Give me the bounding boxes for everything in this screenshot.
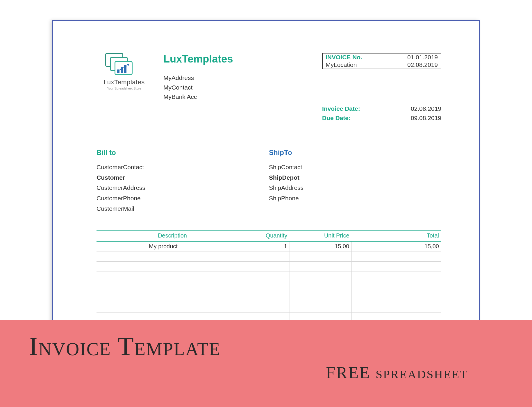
table-row: . (97, 272, 441, 282)
ship-name: ShipDepot (269, 172, 441, 183)
company-info: LuxTemplates MyAddress MyContact MyBank … (163, 53, 322, 122)
col-description: Description (97, 230, 248, 241)
ship-phone: ShipPhone (269, 193, 441, 204)
invoice-no-value: 01.01.2019 (407, 54, 438, 61)
invoice-date-label: Invoice Date: (322, 104, 360, 113)
bill-address: CustomerAddress (97, 183, 269, 193)
table-row: . (97, 292, 441, 302)
company-address: MyAddress (163, 73, 322, 83)
due-date-label: Due Date: (322, 113, 351, 123)
invoice-date-value: 02.08.2019 (411, 104, 441, 113)
address-section: Bill to CustomerContact Customer Custome… (97, 149, 441, 214)
ship-contact: ShipContact (269, 162, 441, 172)
header: LuxTemplates Your Spreadsheet Store LuxT… (97, 53, 441, 122)
company-contact: MyContact (163, 83, 322, 92)
banner-title: Invoice Template (29, 331, 506, 361)
cell-total: 15,00 (352, 241, 441, 251)
bill-to-heading: Bill to (97, 149, 269, 157)
invoice-no-label: INVOICE No. (326, 54, 362, 61)
cell-quantity: 1 (248, 241, 290, 251)
cell-unit-price: 15,00 (290, 241, 351, 251)
banner-subtitle: FREE spreadsheet (29, 363, 506, 382)
ship-address: ShipAddress (269, 183, 441, 193)
table-row: . (97, 251, 441, 262)
bill-contact: CustomerContact (97, 162, 269, 172)
location-label: MyLocation (326, 61, 357, 68)
company-bank: MyBank Acc (163, 92, 322, 102)
logo-name: LuxTemplates (97, 78, 152, 86)
ship-to-block: ShipTo ShipContact ShipDepot ShipAddress… (269, 149, 441, 214)
col-total: Total (352, 230, 441, 241)
promo-banner: Invoice Template FREE spreadsheet (0, 320, 532, 407)
col-quantity: Quantity (248, 230, 290, 241)
logo-block: LuxTemplates Your Spreadsheet Store (97, 53, 163, 122)
table-row: My product 1 15,00 15,00 (97, 241, 441, 251)
invoice-number-box: INVOICE No. 01.01.2019 MyLocation 02.08.… (322, 53, 441, 69)
invoice-meta: INVOICE No. 01.01.2019 MyLocation 02.08.… (322, 53, 441, 122)
table-row: . (97, 282, 441, 292)
table-header-row: Description Quantity Unit Price Total (97, 230, 441, 241)
table-row: . (97, 262, 441, 272)
logo-icon (105, 53, 143, 76)
col-unit-price: Unit Price (290, 230, 351, 241)
table-row: . (97, 302, 441, 313)
logo-tagline: Your Spreadsheet Store (97, 87, 152, 90)
date-block: Invoice Date: 02.08.2019 Due Date: 09.08… (322, 104, 441, 122)
bill-name: Customer (97, 172, 269, 183)
company-name: LuxTemplates (163, 53, 322, 65)
ship-to-heading: ShipTo (269, 149, 441, 157)
due-date-value: 09.08.2019 (411, 113, 441, 123)
cell-description: My product (97, 241, 248, 251)
bill-to-block: Bill to CustomerContact Customer Custome… (97, 149, 269, 214)
bill-mail: CustomerMail (97, 204, 269, 214)
location-date: 02.08.2019 (407, 61, 438, 68)
bill-phone: CustomerPhone (97, 193, 269, 204)
